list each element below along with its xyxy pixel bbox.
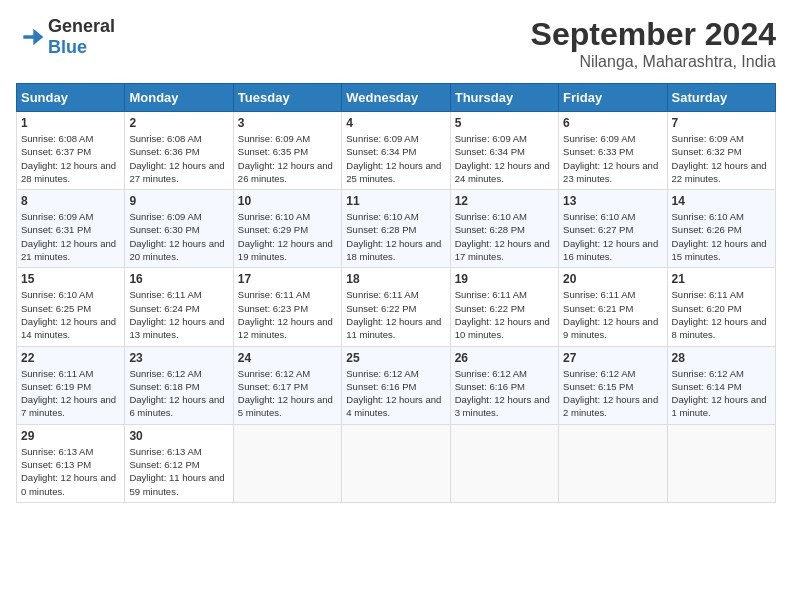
calendar-cell: 11 Sunrise: 6:10 AM Sunset: 6:28 PM Dayl…	[342, 190, 450, 268]
daylight-label: Daylight: 12 hours and 7 minutes.	[21, 394, 116, 418]
day-info: Sunrise: 6:09 AM Sunset: 6:34 PM Dayligh…	[346, 132, 445, 185]
sunrise-label: Sunrise: 6:12 AM	[563, 368, 635, 379]
day-info: Sunrise: 6:11 AM Sunset: 6:21 PM Dayligh…	[563, 288, 662, 341]
calendar-cell: 19 Sunrise: 6:11 AM Sunset: 6:22 PM Dayl…	[450, 268, 558, 346]
day-info: Sunrise: 6:12 AM Sunset: 6:17 PM Dayligh…	[238, 367, 337, 420]
calendar-cell: 21 Sunrise: 6:11 AM Sunset: 6:20 PM Dayl…	[667, 268, 775, 346]
sunrise-label: Sunrise: 6:11 AM	[238, 289, 310, 300]
day-number: 25	[346, 351, 445, 365]
day-number: 15	[21, 272, 120, 286]
header-tuesday: Tuesday	[233, 84, 341, 112]
calendar-cell: 9 Sunrise: 6:09 AM Sunset: 6:30 PM Dayli…	[125, 190, 233, 268]
calendar-cell: 2 Sunrise: 6:08 AM Sunset: 6:36 PM Dayli…	[125, 112, 233, 190]
sunset-label: Sunset: 6:15 PM	[563, 381, 633, 392]
calendar-cell: 28 Sunrise: 6:12 AM Sunset: 6:14 PM Dayl…	[667, 346, 775, 424]
day-number: 1	[21, 116, 120, 130]
sunset-label: Sunset: 6:33 PM	[563, 146, 633, 157]
day-info: Sunrise: 6:10 AM Sunset: 6:27 PM Dayligh…	[563, 210, 662, 263]
calendar-cell	[233, 424, 341, 502]
calendar-week-5: 29 Sunrise: 6:13 AM Sunset: 6:13 PM Dayl…	[17, 424, 776, 502]
sunset-label: Sunset: 6:16 PM	[346, 381, 416, 392]
sunset-label: Sunset: 6:32 PM	[672, 146, 742, 157]
daylight-label: Daylight: 12 hours and 15 minutes.	[672, 238, 767, 262]
day-number: 2	[129, 116, 228, 130]
day-number: 8	[21, 194, 120, 208]
page-header: General Blue September 2024 Nilanga, Mah…	[16, 16, 776, 71]
daylight-label: Daylight: 12 hours and 2 minutes.	[563, 394, 658, 418]
daylight-label: Daylight: 12 hours and 13 minutes.	[129, 316, 224, 340]
header-sunday: Sunday	[17, 84, 125, 112]
daylight-label: Daylight: 12 hours and 26 minutes.	[238, 160, 333, 184]
day-number: 21	[672, 272, 771, 286]
sunset-label: Sunset: 6:22 PM	[455, 303, 525, 314]
daylight-label: Daylight: 12 hours and 24 minutes.	[455, 160, 550, 184]
sunrise-label: Sunrise: 6:10 AM	[21, 289, 93, 300]
sunset-label: Sunset: 6:18 PM	[129, 381, 199, 392]
calendar-cell: 7 Sunrise: 6:09 AM Sunset: 6:32 PM Dayli…	[667, 112, 775, 190]
day-info: Sunrise: 6:11 AM Sunset: 6:23 PM Dayligh…	[238, 288, 337, 341]
day-number: 5	[455, 116, 554, 130]
day-info: Sunrise: 6:13 AM Sunset: 6:12 PM Dayligh…	[129, 445, 228, 498]
sunset-label: Sunset: 6:23 PM	[238, 303, 308, 314]
sunrise-label: Sunrise: 6:10 AM	[672, 211, 744, 222]
sunset-label: Sunset: 6:16 PM	[455, 381, 525, 392]
sunrise-label: Sunrise: 6:11 AM	[21, 368, 93, 379]
day-number: 20	[563, 272, 662, 286]
day-number: 17	[238, 272, 337, 286]
sunset-label: Sunset: 6:37 PM	[21, 146, 91, 157]
sunset-label: Sunset: 6:22 PM	[346, 303, 416, 314]
sunset-label: Sunset: 6:36 PM	[129, 146, 199, 157]
calendar-cell	[559, 424, 667, 502]
day-number: 16	[129, 272, 228, 286]
daylight-label: Daylight: 12 hours and 20 minutes.	[129, 238, 224, 262]
calendar-cell: 17 Sunrise: 6:11 AM Sunset: 6:23 PM Dayl…	[233, 268, 341, 346]
day-info: Sunrise: 6:11 AM Sunset: 6:22 PM Dayligh…	[346, 288, 445, 341]
calendar-cell: 16 Sunrise: 6:11 AM Sunset: 6:24 PM Dayl…	[125, 268, 233, 346]
daylight-label: Daylight: 12 hours and 10 minutes.	[455, 316, 550, 340]
day-info: Sunrise: 6:09 AM Sunset: 6:32 PM Dayligh…	[672, 132, 771, 185]
day-info: Sunrise: 6:10 AM Sunset: 6:28 PM Dayligh…	[455, 210, 554, 263]
calendar-cell: 4 Sunrise: 6:09 AM Sunset: 6:34 PM Dayli…	[342, 112, 450, 190]
daylight-label: Daylight: 12 hours and 22 minutes.	[672, 160, 767, 184]
daylight-label: Daylight: 12 hours and 11 minutes.	[346, 316, 441, 340]
calendar-cell	[667, 424, 775, 502]
sunrise-label: Sunrise: 6:11 AM	[672, 289, 744, 300]
calendar-cell: 8 Sunrise: 6:09 AM Sunset: 6:31 PM Dayli…	[17, 190, 125, 268]
calendar-table: Sunday Monday Tuesday Wednesday Thursday…	[16, 83, 776, 503]
daylight-label: Daylight: 12 hours and 17 minutes.	[455, 238, 550, 262]
daylight-label: Daylight: 12 hours and 4 minutes.	[346, 394, 441, 418]
sunset-label: Sunset: 6:35 PM	[238, 146, 308, 157]
day-info: Sunrise: 6:12 AM Sunset: 6:14 PM Dayligh…	[672, 367, 771, 420]
daylight-label: Daylight: 12 hours and 23 minutes.	[563, 160, 658, 184]
calendar-cell: 10 Sunrise: 6:10 AM Sunset: 6:29 PM Dayl…	[233, 190, 341, 268]
sunset-label: Sunset: 6:31 PM	[21, 224, 91, 235]
title-block: September 2024 Nilanga, Maharashtra, Ind…	[531, 16, 776, 71]
header-wednesday: Wednesday	[342, 84, 450, 112]
day-number: 27	[563, 351, 662, 365]
sunset-label: Sunset: 6:28 PM	[346, 224, 416, 235]
day-info: Sunrise: 6:11 AM Sunset: 6:24 PM Dayligh…	[129, 288, 228, 341]
day-info: Sunrise: 6:12 AM Sunset: 6:15 PM Dayligh…	[563, 367, 662, 420]
calendar-cell: 15 Sunrise: 6:10 AM Sunset: 6:25 PM Dayl…	[17, 268, 125, 346]
days-header-row: Sunday Monday Tuesday Wednesday Thursday…	[17, 84, 776, 112]
daylight-label: Daylight: 11 hours and 59 minutes.	[129, 472, 224, 496]
day-number: 7	[672, 116, 771, 130]
day-info: Sunrise: 6:10 AM Sunset: 6:29 PM Dayligh…	[238, 210, 337, 263]
daylight-label: Daylight: 12 hours and 0 minutes.	[21, 472, 116, 496]
day-number: 22	[21, 351, 120, 365]
day-info: Sunrise: 6:09 AM Sunset: 6:33 PM Dayligh…	[563, 132, 662, 185]
sunset-label: Sunset: 6:12 PM	[129, 459, 199, 470]
daylight-label: Daylight: 12 hours and 18 minutes.	[346, 238, 441, 262]
day-info: Sunrise: 6:10 AM Sunset: 6:26 PM Dayligh…	[672, 210, 771, 263]
daylight-label: Daylight: 12 hours and 3 minutes.	[455, 394, 550, 418]
sunrise-label: Sunrise: 6:09 AM	[21, 211, 93, 222]
day-info: Sunrise: 6:08 AM Sunset: 6:36 PM Dayligh…	[129, 132, 228, 185]
calendar-cell: 13 Sunrise: 6:10 AM Sunset: 6:27 PM Dayl…	[559, 190, 667, 268]
daylight-label: Daylight: 12 hours and 21 minutes.	[21, 238, 116, 262]
calendar-cell: 20 Sunrise: 6:11 AM Sunset: 6:21 PM Dayl…	[559, 268, 667, 346]
calendar-cell: 26 Sunrise: 6:12 AM Sunset: 6:16 PM Dayl…	[450, 346, 558, 424]
calendar-cell: 18 Sunrise: 6:11 AM Sunset: 6:22 PM Dayl…	[342, 268, 450, 346]
daylight-label: Daylight: 12 hours and 27 minutes.	[129, 160, 224, 184]
calendar-cell: 12 Sunrise: 6:10 AM Sunset: 6:28 PM Dayl…	[450, 190, 558, 268]
daylight-label: Daylight: 12 hours and 12 minutes.	[238, 316, 333, 340]
